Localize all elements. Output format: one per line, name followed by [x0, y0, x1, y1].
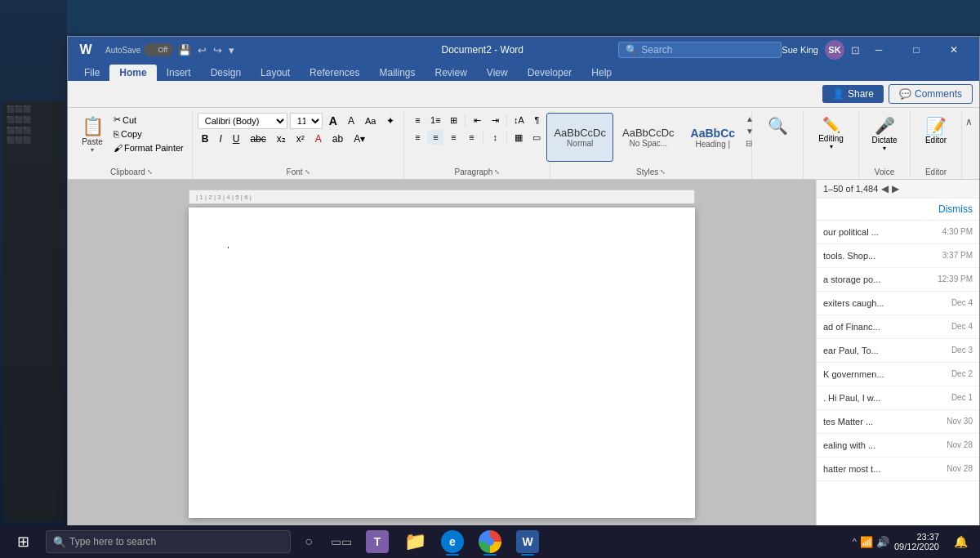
numbering-button[interactable]: 1≡	[427, 113, 443, 127]
font-size-select[interactable]: 11	[290, 113, 323, 129]
document-page[interactable]	[189, 208, 695, 518]
decrease-indent-button[interactable]: ⇤	[469, 113, 485, 127]
bullets-button[interactable]: ≡	[409, 113, 425, 127]
taskbar-app-edge[interactable]: e	[434, 525, 470, 558]
notification-button[interactable]: 🔔	[944, 525, 977, 558]
shrink-font-button[interactable]: A	[344, 114, 359, 128]
format-painter-button[interactable]: 🖌 Format Painter	[110, 141, 187, 154]
bold-button[interactable]: B	[198, 132, 213, 146]
share-button[interactable]: 👤 Share	[822, 85, 884, 103]
sort-button[interactable]: ↕A	[510, 113, 527, 127]
subscript-button[interactable]: x₂	[273, 132, 290, 146]
tab-developer[interactable]: Developer	[518, 65, 582, 81]
styles-expand-icon[interactable]: ⤡	[660, 168, 666, 176]
underline-button[interactable]: U	[229, 132, 244, 146]
taskbar-app-word[interactable]: W	[510, 525, 546, 558]
close-button[interactable]: ✕	[935, 37, 973, 63]
undo-icon[interactable]: ↩	[198, 44, 207, 56]
taskbar-app-explorer[interactable]: 📁	[397, 525, 433, 558]
increase-indent-button[interactable]: ⇥	[487, 113, 503, 127]
clipboard-expand-icon[interactable]: ⤡	[147, 168, 153, 176]
taskbar-app-teams[interactable]: T	[359, 525, 395, 558]
superscript-button[interactable]: x²	[292, 132, 309, 146]
search-box[interactable]: 🔍	[618, 42, 782, 58]
style-heading1[interactable]: AaBbCc Heading |	[684, 113, 742, 162]
tab-design[interactable]: Design	[201, 65, 251, 81]
customize-icon[interactable]: ▾	[229, 44, 234, 56]
align-left-button[interactable]: ≡	[409, 130, 425, 145]
text-color-button[interactable]: A▾	[350, 132, 369, 146]
minimize-button[interactable]: ─	[860, 37, 898, 63]
font-color-button[interactable]: A	[311, 132, 326, 146]
italic-button[interactable]: I	[215, 132, 225, 146]
clear-format-button[interactable]: ✦	[382, 114, 399, 128]
dictate-button[interactable]: 🎤 Dictate ▾	[864, 113, 905, 155]
tab-review[interactable]: Review	[425, 65, 476, 81]
editing-mode-button[interactable]: ✏️ Editing ▾	[808, 113, 853, 154]
justify-button[interactable]: ≡	[463, 130, 479, 145]
email-item[interactable]: ear Paul, To... Dec 3	[817, 339, 979, 363]
screen-mode-icon[interactable]: ⊡	[851, 44, 860, 56]
tab-view[interactable]: View	[477, 65, 518, 81]
network-icon[interactable]: 📶	[860, 536, 873, 548]
cortana-button[interactable]: ○	[294, 525, 323, 558]
show-marks-button[interactable]: ¶	[528, 113, 545, 127]
multilevel-button[interactable]: ⊞	[445, 113, 461, 127]
strikethrough-button[interactable]: abc	[246, 132, 270, 146]
clock[interactable]: 23:37 09/12/2020	[894, 532, 939, 551]
find-button[interactable]: 🔍	[757, 113, 798, 139]
chevron-icon[interactable]: ^	[853, 537, 857, 547]
task-view-button[interactable]: ▭▭	[327, 525, 356, 558]
email-item[interactable]: K governmen... Dec 2	[817, 363, 979, 386]
tab-references[interactable]: References	[300, 65, 369, 81]
teams-icon: T	[366, 530, 389, 553]
volume-icon[interactable]: 🔊	[876, 536, 889, 548]
comments-button[interactable]: 💬 Comments	[889, 84, 973, 104]
email-item[interactable]: exiters caugh... Dec 4	[817, 292, 979, 315]
email-item[interactable]: our political ... 4:30 PM	[817, 221, 979, 244]
tab-mailings[interactable]: Mailings	[369, 65, 425, 81]
tab-layout[interactable]: Layout	[251, 65, 300, 81]
line-spacing-button[interactable]: ↕	[487, 130, 503, 145]
borders-button[interactable]: ▭	[528, 130, 545, 145]
taskbar-app-chrome[interactable]	[472, 525, 508, 558]
align-right-button[interactable]: ≡	[445, 130, 461, 145]
taskbar-search[interactable]: 🔍 Type here to search	[46, 530, 291, 553]
shading-button[interactable]: ▦	[510, 130, 527, 145]
tab-help[interactable]: Help	[581, 65, 621, 81]
font-name-select[interactable]: Calibri (Body)	[198, 113, 287, 129]
paragraph-expand-icon[interactable]: ⤡	[494, 168, 500, 176]
email-item[interactable]: ealing with ... Nov 28	[817, 434, 979, 458]
email-item[interactable]: tools. Shop... 3:37 PM	[817, 244, 979, 268]
prev-result-button[interactable]: ◀	[881, 183, 889, 194]
dismiss-button[interactable]: Dismiss	[938, 203, 973, 215]
email-item[interactable]: . Hi Paul, I w... Dec 1	[817, 386, 979, 410]
tab-home[interactable]: Home	[109, 65, 156, 81]
email-item[interactable]: ad of Financ... Dec 4	[817, 315, 979, 339]
collapse-ribbon-button[interactable]: ∧	[962, 114, 976, 129]
tab-insert[interactable]: Insert	[157, 65, 201, 81]
email-item[interactable]: tes Matter ... Nov 30	[817, 410, 979, 434]
copy-button[interactable]: ⎘ Copy	[110, 127, 187, 141]
align-center-button[interactable]: ≡	[427, 130, 443, 145]
redo-icon[interactable]: ↪	[213, 44, 222, 56]
save-icon[interactable]: 💾	[178, 44, 191, 56]
cut-button[interactable]: ✂ Cut	[110, 113, 187, 127]
style-normal[interactable]: AaBbCcDc Normal	[546, 113, 613, 162]
start-button[interactable]: ⊞	[3, 525, 42, 558]
email-item[interactable]: hatter most t... Nov 28	[817, 458, 979, 481]
font-expand-icon[interactable]: ⤡	[305, 168, 310, 176]
autosave-toggle[interactable]: Off	[144, 43, 173, 56]
highlight-button[interactable]: ab	[328, 132, 347, 146]
search-input[interactable]	[641, 44, 755, 56]
editor-button[interactable]: 📝 Editor	[915, 113, 956, 148]
font-case-button[interactable]: Aa	[361, 114, 380, 127]
maximize-button[interactable]: □	[898, 37, 935, 63]
grow-font-button[interactable]: A	[325, 113, 341, 129]
paste-button[interactable]: 📋 Paste ▾	[76, 113, 109, 157]
tab-file[interactable]: File	[74, 65, 109, 81]
doc-area[interactable]: | 1 | 2 | 3 | 4 | 5 | 6 |	[68, 180, 816, 539]
next-result-button[interactable]: ▶	[892, 183, 899, 194]
email-item[interactable]: a storage po... 12:39 PM	[817, 268, 979, 292]
style-nospace[interactable]: AaBbCcDc No Spac...	[615, 113, 682, 162]
